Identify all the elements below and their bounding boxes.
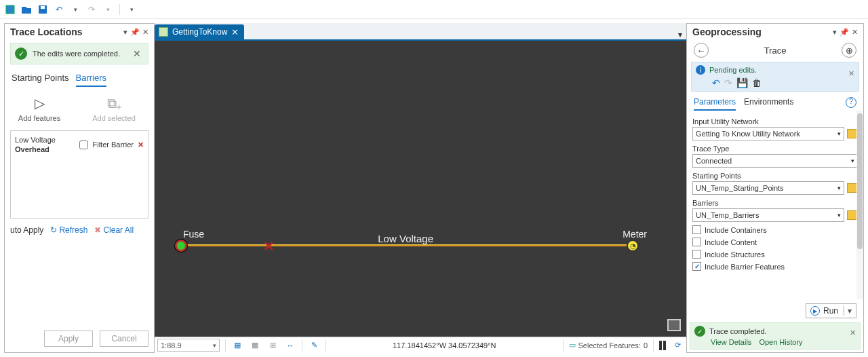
gp-menu-icon[interactable]: ▾ [833, 28, 837, 37]
trace-completed-banner: ✓ Trace completed. View Details Open His… [690, 322, 861, 350]
param-label-trace: Trace Type [692, 145, 858, 153]
add-tool-button[interactable]: ⊕ [842, 43, 856, 58]
qat-separator [119, 4, 120, 15]
map-view[interactable]: ✕ ◔ Fuse Meter Low Voltage [155, 39, 686, 337]
dismiss-complete-icon[interactable]: ✕ [850, 328, 856, 337]
add-selected-icon: ⧉₊ [104, 94, 123, 113]
params-scrollbar[interactable] [856, 111, 863, 299]
pane-title: Trace Locations [10, 26, 83, 37]
redo-menu-icon[interactable]: ▾ [102, 3, 114, 16]
snapping-icon[interactable]: ▦ [231, 339, 243, 352]
qat-customize-icon[interactable]: ▾ [125, 3, 138, 16]
complete-msg: Trace completed. [709, 327, 767, 335]
map-tab-gettingtoknow[interactable]: GettingToKnow ✕ [155, 24, 244, 39]
parameters-body: Input Utility Network Getting To Know Ut… [687, 111, 863, 299]
quick-access-toolbar: ↶ ▾ ↷ ▾ ▾ [0, 0, 868, 19]
tab-environments[interactable]: Environments [744, 97, 793, 111]
map-tab-label: GettingToKnow [172, 27, 227, 37]
redo-edits-icon[interactable]: ↷ [724, 77, 732, 88]
include-barrier-features-checkbox[interactable]: Include Barrier Features [692, 262, 858, 271]
constraints-icon[interactable]: ⊞ [267, 339, 279, 352]
remove-barrier-icon[interactable]: ✕ [138, 140, 144, 149]
param-label-sp: Starting Points [692, 172, 858, 180]
save-edits-icon[interactable]: 💾 [736, 77, 748, 88]
barrier-row[interactable]: Low Voltage Overhead Filter Barrier ✕ [15, 135, 144, 155]
meter-label: Meter [623, 229, 647, 240]
trace-location-tabs: Starting Points Barriers [5, 70, 154, 87]
redo-icon[interactable]: ↷ [85, 3, 98, 16]
low-voltage-line [179, 244, 633, 246]
refresh-map-icon[interactable]: ⟳ [671, 339, 684, 352]
open-project-icon[interactable] [20, 3, 33, 16]
gp-close-icon[interactable]: ✕ [852, 28, 858, 37]
add-selected-label: Add selected [92, 114, 136, 122]
add-features-button[interactable]: ▷ Add features [9, 94, 70, 122]
pending-edits-banner: i Pending edits. ↶ ↷ 💾 🗑 ✕ [691, 62, 859, 92]
tabs-dropdown-icon[interactable]: ▾ [678, 30, 682, 39]
edits-completed-message: ✓ The edits were completed. ✕ [10, 43, 149, 64]
cursor-icon: ▷ [30, 94, 49, 113]
fuse-point[interactable] [175, 240, 187, 252]
close-pane-icon[interactable]: ✕ [142, 28, 149, 37]
map-tabstrip: GettingToKnow ✕ ▾ [155, 23, 686, 39]
help-icon[interactable]: ? [846, 97, 856, 108]
undo-icon[interactable]: ↶ [53, 3, 65, 16]
back-button[interactable]: ← [694, 43, 709, 58]
tab-parameters[interactable]: Parameters [694, 97, 736, 111]
barrier-marker[interactable]: ✕ [263, 238, 275, 255]
tab-barriers[interactable]: Barriers [76, 73, 107, 87]
undo-menu-icon[interactable]: ▾ [69, 3, 81, 16]
open-history-link[interactable]: Open History [759, 338, 802, 346]
barrier-name: Low Voltage Overhead [15, 135, 75, 155]
dismiss-message-icon[interactable]: ✕ [130, 48, 144, 59]
trace-type-select[interactable]: Connected▾ [692, 154, 858, 168]
undo-edits-icon[interactable]: ↶ [712, 77, 720, 88]
trace-locations-pane: Trace Locations ▾ 📌 ✕ ✓ The edits were c… [4, 23, 155, 353]
run-button[interactable]: ▶ Run ▾ [806, 303, 856, 318]
complete-check-icon: ✓ [694, 326, 705, 337]
meter-point[interactable]: ◔ [627, 240, 639, 252]
selection-count[interactable]: ▭ Selected Features: 0 [569, 341, 648, 350]
include-structures-checkbox[interactable]: Include Structures [692, 250, 858, 259]
fuse-label: Fuse [183, 229, 204, 240]
apply-button[interactable]: Apply [44, 331, 93, 347]
grid-icon[interactable]: ▩ [249, 339, 261, 352]
view-details-link[interactable]: View Details [711, 338, 751, 346]
success-check-icon: ✓ [15, 48, 27, 60]
clear-all-link[interactable]: ✖Clear All [94, 225, 134, 235]
play-icon: ▶ [810, 306, 820, 316]
refresh-link[interactable]: ↻Refresh [50, 225, 87, 235]
add-selected-button[interactable]: ⧉₊ Add selected [83, 94, 144, 122]
starting-points-select[interactable]: UN_Temp_Starting_Points▾ [692, 181, 844, 195]
scale-input[interactable]: 1:88.9▾ [157, 339, 220, 352]
drawing-pause-icon[interactable] [659, 341, 666, 350]
auto-apply-label: uto Apply [10, 225, 43, 235]
discard-edits-icon[interactable]: 🗑 [752, 77, 762, 88]
cancel-button[interactable]: Cancel [100, 331, 149, 347]
include-content-checkbox[interactable]: Include Content [692, 238, 858, 246]
save-icon[interactable] [37, 3, 49, 16]
inference-icon[interactable]: ↔ [284, 339, 296, 352]
pane-menu-icon[interactable]: ▾ [123, 28, 127, 37]
run-dropdown-icon[interactable]: ▾ [844, 306, 852, 316]
barriers-select[interactable]: UN_Temp_Barriers▾ [692, 208, 844, 222]
svg-rect-2 [41, 6, 45, 9]
network-select[interactable]: Getting To Know Utility Network▾ [692, 127, 844, 140]
pin-icon[interactable]: 📌 [130, 28, 140, 37]
tab-starting-points[interactable]: Starting Points [12, 73, 69, 87]
include-containers-checkbox[interactable]: Include Containers [692, 225, 858, 234]
param-label-network: Input Utility Network [692, 117, 858, 126]
pending-edits-text: Pending edits. [709, 66, 757, 74]
map-status-bar: 1:88.9▾ ▦ ▩ ⊞ ↔ ✎ 117.1841452°W 34.05723… [155, 337, 686, 353]
coordinates-display[interactable]: 117.1841452°W 34.0572349°N [332, 341, 557, 350]
gp-pin-icon[interactable]: 📌 [840, 28, 849, 37]
dismiss-pending-icon[interactable]: ✕ [848, 69, 854, 78]
close-tab-icon[interactable]: ✕ [231, 27, 239, 37]
basemap-icon[interactable] [667, 319, 681, 331]
filter-barrier-checkbox[interactable] [79, 140, 88, 149]
low-voltage-label: Low Voltage [378, 233, 433, 244]
correction-icon[interactable]: ✎ [308, 339, 320, 352]
new-project-icon[interactable] [4, 3, 16, 16]
message-text: The edits were completed. [33, 49, 125, 58]
add-features-label: Add features [18, 114, 60, 122]
